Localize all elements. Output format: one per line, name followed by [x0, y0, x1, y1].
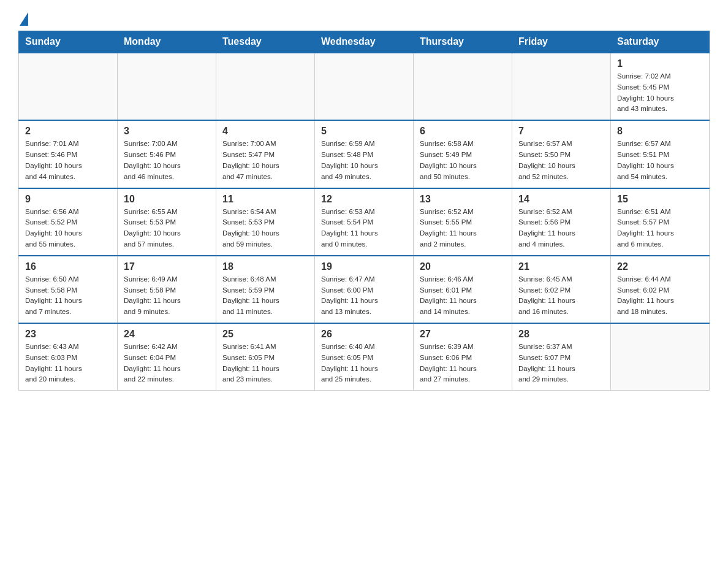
calendar-cell: 6Sunrise: 6:58 AMSunset: 5:49 PMDaylight…: [414, 120, 512, 188]
day-number: 24: [124, 329, 210, 340]
day-info: Sunrise: 6:52 AMSunset: 5:55 PMDaylight:…: [420, 207, 506, 250]
calendar-table: SundayMondayTuesdayWednesdayThursdayFrid…: [18, 31, 710, 391]
calendar-cell: [118, 53, 216, 120]
calendar-cell: 23Sunrise: 6:43 AMSunset: 6:03 PMDayligh…: [19, 323, 118, 391]
calendar-cell: 4Sunrise: 7:00 AMSunset: 5:47 PMDaylight…: [216, 120, 315, 188]
day-number: 13: [420, 194, 506, 205]
day-number: 18: [222, 261, 308, 272]
logo: [18, 12, 28, 25]
day-number: 2: [25, 126, 111, 137]
calendar-cell: 11Sunrise: 6:54 AMSunset: 5:53 PMDayligh…: [216, 188, 315, 256]
day-info: Sunrise: 7:00 AMSunset: 5:47 PMDaylight:…: [222, 139, 308, 182]
calendar-cell: 20Sunrise: 6:46 AMSunset: 6:01 PMDayligh…: [414, 256, 512, 323]
day-info: Sunrise: 7:02 AMSunset: 5:45 PMDaylight:…: [617, 71, 703, 115]
day-info: Sunrise: 6:37 AMSunset: 6:07 PMDaylight:…: [518, 342, 604, 385]
calendar-cell: 27Sunrise: 6:39 AMSunset: 6:06 PMDayligh…: [414, 323, 512, 391]
calendar-cell: 19Sunrise: 6:47 AMSunset: 6:00 PMDayligh…: [315, 256, 414, 323]
day-number: 8: [617, 126, 703, 137]
calendar-cell: 10Sunrise: 6:55 AMSunset: 5:53 PMDayligh…: [118, 188, 216, 256]
day-info: Sunrise: 6:46 AMSunset: 6:01 PMDaylight:…: [420, 274, 506, 318]
day-number: 3: [124, 126, 210, 137]
calendar-cell: 16Sunrise: 6:50 AMSunset: 5:58 PMDayligh…: [19, 256, 118, 323]
column-header-monday: Monday: [118, 31, 216, 53]
day-info: Sunrise: 6:39 AMSunset: 6:06 PMDaylight:…: [420, 342, 506, 385]
day-info: Sunrise: 6:45 AMSunset: 6:02 PMDaylight:…: [518, 274, 604, 318]
day-number: 10: [124, 194, 210, 205]
day-number: 26: [321, 329, 407, 340]
day-number: 9: [25, 194, 111, 205]
calendar-cell: [611, 323, 710, 391]
day-info: Sunrise: 6:42 AMSunset: 6:04 PMDaylight:…: [124, 342, 210, 385]
day-info: Sunrise: 6:54 AMSunset: 5:53 PMDaylight:…: [222, 207, 308, 250]
calendar-week-row: 16Sunrise: 6:50 AMSunset: 5:58 PMDayligh…: [19, 256, 710, 323]
calendar-cell: 12Sunrise: 6:53 AMSunset: 5:54 PMDayligh…: [315, 188, 414, 256]
day-info: Sunrise: 6:49 AMSunset: 5:58 PMDaylight:…: [124, 274, 210, 318]
calendar-week-row: 1Sunrise: 7:02 AMSunset: 5:45 PMDaylight…: [19, 53, 710, 120]
day-number: 11: [222, 194, 308, 205]
day-info: Sunrise: 6:41 AMSunset: 6:05 PMDaylight:…: [222, 342, 308, 385]
calendar-cell: 14Sunrise: 6:52 AMSunset: 5:56 PMDayligh…: [512, 188, 611, 256]
day-number: 16: [25, 261, 111, 272]
day-number: 7: [518, 126, 604, 137]
day-info: Sunrise: 6:56 AMSunset: 5:52 PMDaylight:…: [25, 207, 111, 250]
day-number: 12: [321, 194, 407, 205]
calendar-cell: 17Sunrise: 6:49 AMSunset: 5:58 PMDayligh…: [118, 256, 216, 323]
calendar-cell: 9Sunrise: 6:56 AMSunset: 5:52 PMDaylight…: [19, 188, 118, 256]
day-number: 25: [222, 329, 308, 340]
day-info: Sunrise: 6:59 AMSunset: 5:48 PMDaylight:…: [321, 139, 407, 182]
calendar-cell: 2Sunrise: 7:01 AMSunset: 5:46 PMDaylight…: [19, 120, 118, 188]
calendar-cell: 7Sunrise: 6:57 AMSunset: 5:50 PMDaylight…: [512, 120, 611, 188]
calendar-header-row: SundayMondayTuesdayWednesdayThursdayFrid…: [19, 31, 710, 53]
column-header-tuesday: Tuesday: [216, 31, 315, 53]
calendar-cell: 26Sunrise: 6:40 AMSunset: 6:05 PMDayligh…: [315, 323, 414, 391]
day-number: 1: [617, 58, 703, 69]
day-info: Sunrise: 6:55 AMSunset: 5:53 PMDaylight:…: [124, 207, 210, 250]
day-number: 22: [617, 261, 703, 272]
day-number: 28: [518, 329, 604, 340]
calendar-cell: 24Sunrise: 6:42 AMSunset: 6:04 PMDayligh…: [118, 323, 216, 391]
calendar-cell: 13Sunrise: 6:52 AMSunset: 5:55 PMDayligh…: [414, 188, 512, 256]
day-info: Sunrise: 7:00 AMSunset: 5:46 PMDaylight:…: [124, 139, 210, 182]
day-number: 27: [420, 329, 506, 340]
day-info: Sunrise: 6:47 AMSunset: 6:00 PMDaylight:…: [321, 274, 407, 318]
day-number: 21: [518, 261, 604, 272]
page-header: [18, 12, 710, 25]
day-info: Sunrise: 6:57 AMSunset: 5:50 PMDaylight:…: [518, 139, 604, 182]
day-info: Sunrise: 6:44 AMSunset: 6:02 PMDaylight:…: [617, 274, 703, 318]
column-header-wednesday: Wednesday: [315, 31, 414, 53]
day-info: Sunrise: 6:52 AMSunset: 5:56 PMDaylight:…: [518, 207, 604, 250]
day-info: Sunrise: 6:51 AMSunset: 5:57 PMDaylight:…: [617, 207, 703, 250]
day-info: Sunrise: 6:48 AMSunset: 5:59 PMDaylight:…: [222, 274, 308, 318]
calendar-cell: [512, 53, 611, 120]
day-number: 5: [321, 126, 407, 137]
day-info: Sunrise: 6:53 AMSunset: 5:54 PMDaylight:…: [321, 207, 407, 250]
logo-triangle-icon: [20, 12, 28, 26]
calendar-cell: 3Sunrise: 7:00 AMSunset: 5:46 PMDaylight…: [118, 120, 216, 188]
calendar-cell: [216, 53, 315, 120]
calendar-cell: 22Sunrise: 6:44 AMSunset: 6:02 PMDayligh…: [611, 256, 710, 323]
day-number: 20: [420, 261, 506, 272]
day-number: 4: [222, 126, 308, 137]
calendar-cell: 21Sunrise: 6:45 AMSunset: 6:02 PMDayligh…: [512, 256, 611, 323]
day-info: Sunrise: 6:50 AMSunset: 5:58 PMDaylight:…: [25, 274, 111, 318]
day-number: 15: [617, 194, 703, 205]
day-info: Sunrise: 7:01 AMSunset: 5:46 PMDaylight:…: [25, 139, 111, 182]
day-number: 23: [25, 329, 111, 340]
calendar-cell: 25Sunrise: 6:41 AMSunset: 6:05 PMDayligh…: [216, 323, 315, 391]
day-info: Sunrise: 6:57 AMSunset: 5:51 PMDaylight:…: [617, 139, 703, 182]
day-number: 6: [420, 126, 506, 137]
day-info: Sunrise: 6:43 AMSunset: 6:03 PMDaylight:…: [25, 342, 111, 385]
day-number: 19: [321, 261, 407, 272]
calendar-cell: [414, 53, 512, 120]
column-header-thursday: Thursday: [414, 31, 512, 53]
day-info: Sunrise: 6:40 AMSunset: 6:05 PMDaylight:…: [321, 342, 407, 385]
calendar-cell: 1Sunrise: 7:02 AMSunset: 5:45 PMDaylight…: [611, 53, 710, 120]
day-number: 14: [518, 194, 604, 205]
calendar-cell: 18Sunrise: 6:48 AMSunset: 5:59 PMDayligh…: [216, 256, 315, 323]
day-info: Sunrise: 6:58 AMSunset: 5:49 PMDaylight:…: [420, 139, 506, 182]
calendar-week-row: 2Sunrise: 7:01 AMSunset: 5:46 PMDaylight…: [19, 120, 710, 188]
column-header-friday: Friday: [512, 31, 611, 53]
calendar-week-row: 9Sunrise: 6:56 AMSunset: 5:52 PMDaylight…: [19, 188, 710, 256]
column-header-saturday: Saturday: [611, 31, 710, 53]
calendar-cell: [315, 53, 414, 120]
